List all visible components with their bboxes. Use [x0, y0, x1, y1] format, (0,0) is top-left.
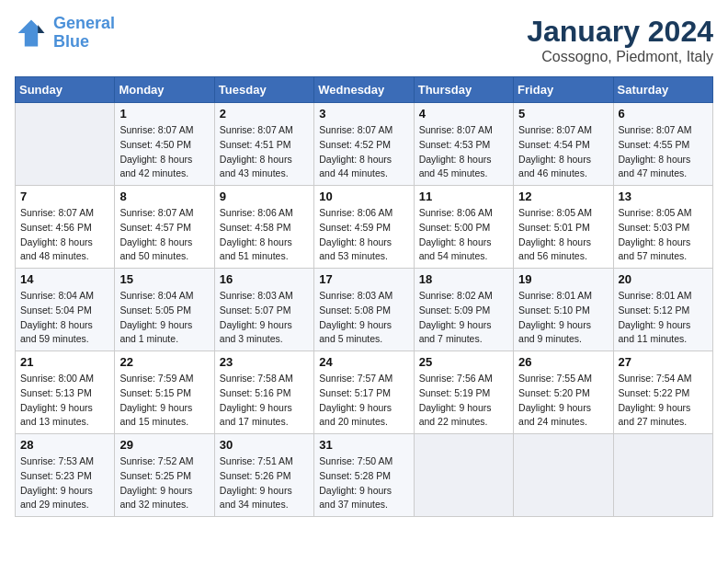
day-info: Sunrise: 8:01 AMSunset: 5:12 PMDaylight:… — [619, 289, 708, 347]
day-cell: 30Sunrise: 7:51 AMSunset: 5:26 PMDayligh… — [214, 434, 313, 517]
day-info: Sunrise: 7:53 AMSunset: 5:23 PMDaylight:… — [20, 454, 109, 512]
day-cell: 24Sunrise: 7:57 AMSunset: 5:17 PMDayligh… — [314, 351, 414, 434]
day-cell: 26Sunrise: 7:55 AMSunset: 5:20 PMDayligh… — [514, 351, 613, 434]
logo-text: General Blue — [53, 15, 115, 52]
header-cell-friday: Friday — [514, 77, 613, 103]
day-number: 7 — [20, 190, 109, 203]
day-info: Sunrise: 7:55 AMSunset: 5:20 PMDaylight:… — [518, 372, 608, 430]
svg-marker-1 — [38, 25, 44, 33]
day-info: Sunrise: 8:01 AMSunset: 5:10 PMDaylight:… — [518, 289, 608, 347]
week-row-2: 7Sunrise: 8:07 AMSunset: 4:56 PMDaylight… — [16, 186, 713, 269]
day-number: 4 — [419, 107, 508, 121]
day-number: 15 — [119, 272, 209, 286]
day-cell: 19Sunrise: 8:01 AMSunset: 5:10 PMDayligh… — [514, 269, 613, 351]
day-cell: 23Sunrise: 7:58 AMSunset: 5:16 PMDayligh… — [214, 351, 313, 434]
day-number: 16 — [220, 272, 309, 286]
day-cell: 8Sunrise: 8:07 AMSunset: 4:57 PMDaylight… — [115, 186, 214, 269]
day-info: Sunrise: 8:03 AMSunset: 5:07 PMDaylight:… — [220, 289, 309, 347]
day-cell: 4Sunrise: 8:07 AMSunset: 4:53 PMDaylight… — [414, 103, 513, 186]
day-cell — [613, 434, 712, 517]
day-cell: 16Sunrise: 8:03 AMSunset: 5:07 PMDayligh… — [214, 269, 313, 351]
day-cell: 21Sunrise: 8:00 AMSunset: 5:13 PMDayligh… — [16, 351, 115, 434]
week-row-4: 21Sunrise: 8:00 AMSunset: 5:13 PMDayligh… — [16, 351, 713, 434]
header-cell-tuesday: Tuesday — [214, 77, 313, 103]
day-number: 2 — [220, 107, 309, 121]
day-number: 1 — [119, 107, 209, 121]
day-cell — [16, 103, 115, 186]
day-number: 8 — [119, 190, 209, 203]
day-number: 12 — [518, 190, 608, 203]
day-info: Sunrise: 8:07 AMSunset: 4:53 PMDaylight:… — [419, 123, 508, 181]
day-info: Sunrise: 8:03 AMSunset: 5:08 PMDaylight:… — [319, 289, 408, 347]
day-cell: 5Sunrise: 8:07 AMSunset: 4:54 PMDaylight… — [514, 103, 613, 186]
day-number: 20 — [619, 272, 708, 286]
day-info: Sunrise: 7:51 AMSunset: 5:26 PMDaylight:… — [220, 454, 309, 512]
day-cell: 29Sunrise: 7:52 AMSunset: 5:25 PMDayligh… — [115, 434, 214, 517]
day-number: 5 — [518, 107, 608, 121]
day-info: Sunrise: 8:07 AMSunset: 4:56 PMDaylight:… — [20, 206, 109, 264]
day-cell: 31Sunrise: 7:50 AMSunset: 5:28 PMDayligh… — [314, 434, 414, 517]
title-area: January 2024 Cossogno, Piedmont, Italy — [527, 15, 713, 65]
day-info: Sunrise: 8:04 AMSunset: 5:05 PMDaylight:… — [119, 289, 209, 347]
day-cell: 12Sunrise: 8:05 AMSunset: 5:01 PMDayligh… — [514, 186, 613, 269]
day-number: 22 — [119, 355, 209, 369]
page-header: General Blue January 2024 Cossogno, Pied… — [15, 15, 713, 65]
week-row-3: 14Sunrise: 8:04 AMSunset: 5:04 PMDayligh… — [16, 269, 713, 351]
day-info: Sunrise: 7:59 AMSunset: 5:15 PMDaylight:… — [119, 372, 209, 430]
day-info: Sunrise: 8:07 AMSunset: 4:51 PMDaylight:… — [220, 123, 309, 181]
day-info: Sunrise: 8:02 AMSunset: 5:09 PMDaylight:… — [419, 289, 508, 347]
day-number: 18 — [419, 272, 508, 286]
week-row-1: 1Sunrise: 8:07 AMSunset: 4:50 PMDaylight… — [16, 103, 713, 186]
day-number: 17 — [319, 272, 408, 286]
day-info: Sunrise: 8:06 AMSunset: 4:58 PMDaylight:… — [220, 206, 309, 264]
day-number: 6 — [619, 107, 708, 121]
header-cell-saturday: Saturday — [613, 77, 712, 103]
day-info: Sunrise: 8:07 AMSunset: 4:52 PMDaylight:… — [319, 123, 408, 181]
header-cell-thursday: Thursday — [414, 77, 513, 103]
day-number: 28 — [20, 438, 109, 452]
day-cell: 1Sunrise: 8:07 AMSunset: 4:50 PMDaylight… — [115, 103, 214, 186]
day-cell: 10Sunrise: 8:06 AMSunset: 4:59 PMDayligh… — [314, 186, 414, 269]
day-cell: 25Sunrise: 7:56 AMSunset: 5:19 PMDayligh… — [414, 351, 513, 434]
day-number: 9 — [220, 190, 309, 203]
day-number: 30 — [220, 438, 309, 452]
day-info: Sunrise: 8:05 AMSunset: 5:03 PMDaylight:… — [619, 206, 708, 264]
header-cell-monday: Monday — [115, 77, 214, 103]
day-cell — [414, 434, 513, 517]
day-number: 21 — [20, 355, 109, 369]
day-info: Sunrise: 8:05 AMSunset: 5:01 PMDaylight:… — [518, 206, 608, 264]
day-cell: 9Sunrise: 8:06 AMSunset: 4:58 PMDaylight… — [214, 186, 313, 269]
day-cell: 14Sunrise: 8:04 AMSunset: 5:04 PMDayligh… — [16, 269, 115, 351]
day-info: Sunrise: 8:07 AMSunset: 4:55 PMDaylight:… — [619, 123, 708, 181]
day-info: Sunrise: 8:00 AMSunset: 5:13 PMDaylight:… — [20, 372, 109, 430]
logo: General Blue — [15, 15, 115, 52]
day-cell — [514, 434, 613, 517]
day-info: Sunrise: 7:56 AMSunset: 5:19 PMDaylight:… — [419, 372, 508, 430]
day-number: 14 — [20, 272, 109, 286]
day-cell: 6Sunrise: 8:07 AMSunset: 4:55 PMDaylight… — [613, 103, 712, 186]
day-info: Sunrise: 7:58 AMSunset: 5:16 PMDaylight:… — [220, 372, 309, 430]
subtitle: Cossogno, Piedmont, Italy — [527, 49, 713, 65]
main-title: January 2024 — [527, 15, 713, 49]
day-number: 19 — [518, 272, 608, 286]
day-cell: 13Sunrise: 8:05 AMSunset: 5:03 PMDayligh… — [613, 186, 712, 269]
day-number: 11 — [419, 190, 508, 203]
day-number: 31 — [319, 438, 408, 452]
day-number: 3 — [319, 107, 408, 121]
week-row-5: 28Sunrise: 7:53 AMSunset: 5:23 PMDayligh… — [16, 434, 713, 517]
day-info: Sunrise: 7:54 AMSunset: 5:22 PMDaylight:… — [619, 372, 708, 430]
day-cell: 15Sunrise: 8:04 AMSunset: 5:05 PMDayligh… — [115, 269, 214, 351]
day-info: Sunrise: 8:06 AMSunset: 4:59 PMDaylight:… — [319, 206, 408, 264]
day-info: Sunrise: 8:07 AMSunset: 4:57 PMDaylight:… — [119, 206, 209, 264]
day-number: 25 — [419, 355, 508, 369]
day-cell: 7Sunrise: 8:07 AMSunset: 4:56 PMDaylight… — [16, 186, 115, 269]
day-info: Sunrise: 7:57 AMSunset: 5:17 PMDaylight:… — [319, 372, 408, 430]
day-cell: 17Sunrise: 8:03 AMSunset: 5:08 PMDayligh… — [314, 269, 414, 351]
day-cell: 2Sunrise: 8:07 AMSunset: 4:51 PMDaylight… — [214, 103, 313, 186]
day-cell: 27Sunrise: 7:54 AMSunset: 5:22 PMDayligh… — [613, 351, 712, 434]
day-cell: 18Sunrise: 8:02 AMSunset: 5:09 PMDayligh… — [414, 269, 513, 351]
day-info: Sunrise: 8:04 AMSunset: 5:04 PMDaylight:… — [20, 289, 109, 347]
day-info: Sunrise: 8:07 AMSunset: 4:50 PMDaylight:… — [119, 123, 209, 181]
day-number: 10 — [319, 190, 408, 203]
day-cell: 3Sunrise: 8:07 AMSunset: 4:52 PMDaylight… — [314, 103, 414, 186]
